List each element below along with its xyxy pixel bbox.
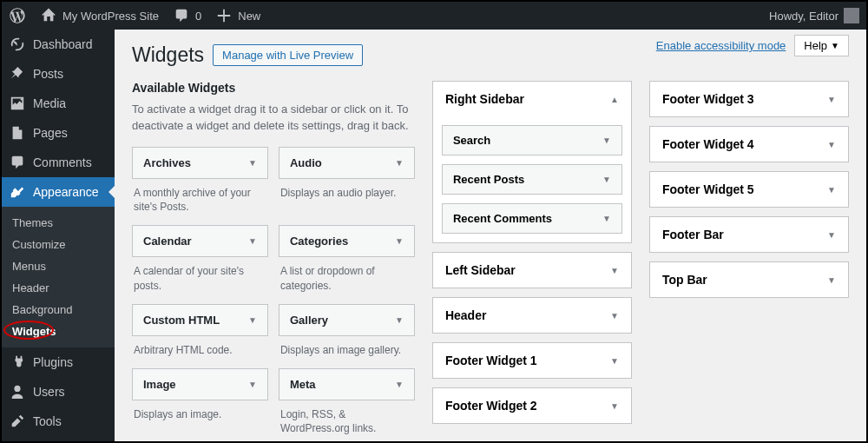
pages-icon: [9, 125, 26, 141]
chevron-icon: ▼: [827, 140, 836, 149]
placed-widget[interactable]: Recent Comments▼: [442, 203, 622, 234]
my-account[interactable]: Howdy, Editor: [762, 2, 866, 30]
area-header[interactable]: Footer Widget 3▼: [650, 82, 848, 116]
menu-comments[interactable]: Comments: [2, 148, 115, 177]
area-header[interactable]: Footer Widget 2▼: [433, 388, 631, 423]
plugins-icon: [9, 354, 26, 370]
site-title: My WordPress Site: [62, 10, 159, 23]
chevron-down-icon: ▼: [248, 380, 257, 389]
area-header[interactable]: Top Bar▼: [650, 262, 848, 297]
media-icon: [9, 96, 26, 111]
wp-logo[interactable]: [2, 2, 33, 30]
menu-pages[interactable]: Pages: [2, 118, 115, 148]
widget-description: Arbitrary HTML code.: [132, 336, 268, 358]
area-header[interactable]: Left Sidebar▼: [433, 253, 631, 288]
comment-count: 0: [195, 10, 201, 23]
chevron-icon: ▼: [827, 275, 836, 285]
area-footer-widget-5: Footer Widget 5▼: [649, 171, 849, 208]
chevron-down-icon: ▼: [831, 41, 839, 50]
widget-description: A monthly archive of your site's Posts.: [132, 179, 268, 215]
plus-icon: [215, 8, 233, 23]
widget-areas-column-1: Right Sidebar▲Search▼Recent Posts▼Recent…: [432, 81, 632, 441]
widget-image[interactable]: Image▼: [132, 368, 268, 400]
menu-media[interactable]: Media: [2, 89, 115, 118]
widget-custom-html[interactable]: Custom HTML▼: [132, 304, 268, 336]
main-content: Enable accessibility mode Help▼ Widgets …: [115, 30, 866, 441]
submenu-menus[interactable]: Menus: [2, 255, 115, 277]
chevron-down-icon: ▼: [602, 175, 611, 184]
chevron-icon: ▼: [827, 95, 836, 104]
new-content[interactable]: New: [208, 2, 267, 30]
pin-icon: [9, 66, 26, 82]
appearance-icon: [9, 184, 26, 200]
area-footer-widget-1: Footer Widget 1▼: [432, 342, 632, 379]
chevron-down-icon: ▼: [602, 136, 611, 145]
accessibility-link[interactable]: Enable accessibility mode: [656, 39, 786, 52]
chevron-icon: ▼: [827, 185, 836, 195]
page-title: Widgets: [132, 43, 204, 67]
area-header[interactable]: Right Sidebar▲: [433, 82, 631, 116]
help-button[interactable]: Help▼: [794, 35, 849, 56]
menu-plugins[interactable]: Plugins: [2, 347, 115, 377]
chevron-icon: ▲: [610, 95, 619, 104]
area-body: Search▼Recent Posts▼Recent Comments▼: [433, 125, 631, 242]
widget-calendar[interactable]: Calendar▼: [132, 225, 268, 257]
home-icon: [40, 8, 57, 23]
howdy: Howdy, Editor: [769, 10, 838, 23]
area-header[interactable]: Footer Widget 1▼: [433, 343, 631, 378]
comment-icon: [173, 8, 190, 23]
placed-widget[interactable]: Search▼: [442, 125, 622, 155]
area-footer-widget-4: Footer Widget 4▼: [649, 126, 849, 162]
widget-areas-column-2: Footer Widget 3▼Footer Widget 4▼Footer W…: [649, 81, 849, 441]
menu-dashboard[interactable]: Dashboard: [2, 30, 115, 59]
chevron-icon: ▼: [610, 401, 619, 411]
chevron-down-icon: ▼: [395, 315, 404, 325]
area-left-sidebar: Left Sidebar▼: [432, 252, 632, 288]
area-footer-bar: Footer Bar▼: [649, 216, 849, 253]
menu-users[interactable]: Users: [2, 377, 115, 407]
widget-description: Displays an audio player.: [279, 179, 415, 201]
users-icon: [9, 384, 26, 400]
area-top-bar: Top Bar▼: [649, 261, 849, 298]
widget-description: Displays an image gallery.: [279, 336, 415, 358]
chevron-icon: ▼: [827, 230, 836, 240]
area-footer-widget-3: Footer Widget 3▼: [649, 81, 849, 117]
widget-gallery[interactable]: Gallery▼: [279, 304, 415, 336]
widget-categories[interactable]: Categories▼: [279, 225, 415, 257]
comment-icon: [9, 155, 26, 170]
chevron-down-icon: ▼: [602, 214, 611, 223]
area-header[interactable]: Footer Bar▼: [650, 217, 848, 252]
chevron-icon: ▼: [610, 311, 619, 321]
submenu-customize[interactable]: Customize: [2, 234, 115, 255]
widget-audio[interactable]: Audio▼: [279, 147, 415, 179]
widget-archives[interactable]: Archives▼: [132, 147, 268, 179]
available-heading: Available Widgets: [132, 81, 415, 95]
admin-sidebar: DashboardPostsMediaPagesCommentsAppearan…: [2, 30, 115, 441]
admin-bar: My WordPress Site 0 New Howdy, Editor: [2, 2, 866, 30]
live-preview-button[interactable]: Manage with Live Preview: [213, 44, 363, 66]
menu-settings[interactable]: Settings: [2, 436, 115, 441]
submenu-widgets[interactable]: Widgets: [2, 321, 115, 342]
available-widgets-column: Available Widgets To activate a widget d…: [132, 81, 415, 441]
widget-description: A list or dropdown of categories.: [279, 257, 415, 294]
chevron-icon: ▼: [610, 356, 619, 366]
chevron-down-icon: ▼: [395, 158, 404, 168]
site-name[interactable]: My WordPress Site: [33, 2, 166, 30]
submenu-themes[interactable]: Themes: [2, 212, 115, 234]
menu-posts[interactable]: Posts: [2, 59, 115, 89]
new-label: New: [238, 10, 260, 23]
area-header[interactable]: Header▼: [433, 298, 631, 333]
menu-tools[interactable]: Tools: [2, 407, 115, 436]
placed-widget[interactable]: Recent Posts▼: [442, 164, 622, 195]
submenu-header[interactable]: Header: [2, 277, 115, 299]
area-header[interactable]: Footer Widget 4▼: [650, 127, 848, 162]
chevron-icon: ▼: [610, 266, 619, 275]
submenu-background[interactable]: Background: [2, 299, 115, 321]
dashboard-icon: [9, 36, 26, 52]
widget-meta[interactable]: Meta▼: [279, 368, 415, 400]
menu-appearance[interactable]: Appearance: [2, 177, 115, 207]
chevron-down-icon: ▼: [395, 236, 404, 246]
area-header[interactable]: Footer Widget 5▼: [650, 172, 848, 207]
comments[interactable]: 0: [166, 2, 208, 30]
widget-description: A calendar of your site's posts.: [132, 257, 268, 294]
